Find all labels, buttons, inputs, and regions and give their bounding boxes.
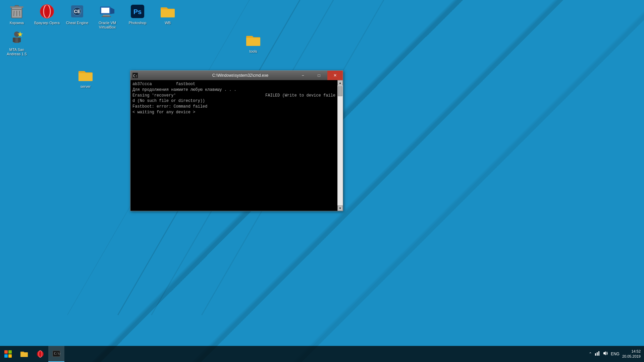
svg-marker-17 bbox=[110, 7, 114, 14]
show-hidden-icons-button[interactable]: ⌃ bbox=[589, 352, 592, 356]
svg-text:Ps: Ps bbox=[133, 8, 142, 15]
recycle-bin-icon bbox=[9, 3, 25, 19]
svg-line-7 bbox=[19, 11, 20, 16]
photoshop-label: Photoshop bbox=[124, 21, 151, 25]
server-label: server bbox=[72, 84, 99, 89]
desktop-icon-server[interactable]: server bbox=[72, 67, 99, 89]
mta-label: MTA San Andreas 1.5 bbox=[3, 48, 30, 56]
svg-text:C:: C: bbox=[133, 74, 138, 78]
desktop-top-icons: Корзина Браузер Opera CE bbox=[0, 0, 181, 35]
close-button[interactable]: ✕ bbox=[327, 71, 343, 80]
tools-folder-icon bbox=[245, 32, 261, 48]
system-clock[interactable]: 14:52 20.05.2019 bbox=[622, 349, 641, 359]
svg-rect-24 bbox=[13, 38, 15, 42]
cheat-engine-label: Cheat Engine bbox=[64, 21, 91, 25]
scroll-thumb[interactable] bbox=[338, 86, 342, 96]
svg-marker-36 bbox=[603, 351, 606, 355]
wb-label: WB bbox=[154, 21, 181, 25]
desktop: Корзина Браузер Opera CE bbox=[0, 0, 644, 362]
cmd-line-5: Fastboot: error: Command failed bbox=[132, 104, 335, 110]
language-indicator[interactable]: ENG bbox=[611, 352, 620, 356]
svg-line-5 bbox=[14, 11, 14, 16]
svg-rect-35 bbox=[598, 351, 599, 356]
cmd-scrollbar[interactable]: ▲ ▼ bbox=[337, 80, 343, 211]
taskbar-cmd[interactable]: C:\>_ bbox=[48, 346, 64, 362]
taskbar-system-tray: ⌃ ENG 14:52 bbox=[589, 349, 644, 359]
cmd-line-2: Для продолжения нажмите любую клавишу . … bbox=[132, 87, 335, 93]
scroll-down-button[interactable]: ▼ bbox=[337, 205, 343, 211]
taskbar-file-explorer[interactable] bbox=[16, 346, 32, 362]
photoshop-icon: Ps bbox=[129, 3, 146, 19]
taskbar-opera[interactable] bbox=[32, 346, 48, 362]
recycle-bin-label: Корзина bbox=[3, 21, 30, 25]
cmd-line-6: < waiting for any device > bbox=[132, 110, 335, 115]
svg-rect-34 bbox=[597, 352, 598, 356]
cmd-window-controls: − □ ✕ bbox=[295, 71, 343, 80]
desktop-icon-wb[interactable]: WB bbox=[154, 3, 181, 25]
desktop-left-icons: MTA San Andreas 1.5 bbox=[3, 30, 30, 61]
taskbar: C:\>_ ⌃ bbox=[0, 346, 644, 362]
wb-folder-icon bbox=[160, 3, 176, 19]
svg-rect-33 bbox=[595, 353, 596, 356]
svg-rect-25 bbox=[18, 38, 21, 42]
svg-rect-18 bbox=[103, 15, 110, 16]
svg-point-29 bbox=[37, 351, 44, 357]
svg-text:C:\>_: C:\>_ bbox=[54, 352, 60, 355]
volume-icon[interactable] bbox=[603, 351, 608, 357]
svg-rect-4 bbox=[10, 6, 23, 8]
desktop-icon-virtualbox[interactable]: Oracle VM VirtualBox bbox=[94, 3, 121, 29]
taskbar-items: C:\>_ bbox=[16, 346, 589, 362]
windows-logo-icon bbox=[4, 350, 12, 358]
cmd-text[interactable]: ab37ccca fastboot Для продолжения нажмит… bbox=[130, 80, 337, 211]
desktop-icon-recycle-bin[interactable]: Корзина bbox=[3, 3, 30, 25]
cmd-line-1: ab37ccca fastboot bbox=[132, 81, 335, 87]
minimize-button[interactable]: − bbox=[295, 71, 311, 80]
cmd-window: C: C:\Windows\system32\cmd.exe − □ ✕ ab3… bbox=[130, 70, 343, 211]
desktop-icon-cheat-engine[interactable]: CE Cheat Engine bbox=[64, 3, 91, 25]
start-button[interactable] bbox=[0, 346, 16, 362]
svg-rect-16 bbox=[101, 8, 109, 13]
network-status-icon[interactable] bbox=[595, 351, 600, 357]
scroll-up-button[interactable]: ▲ bbox=[337, 80, 343, 85]
scroll-track[interactable] bbox=[337, 85, 343, 205]
opera-label: Браузер Opera bbox=[34, 21, 60, 25]
tools-label: tools bbox=[240, 49, 267, 54]
cmd-titlebar[interactable]: C: C:\Windows\system32\cmd.exe − □ ✕ bbox=[130, 71, 343, 80]
svg-text:CE: CE bbox=[74, 9, 80, 14]
desktop-icon-tools[interactable]: tools bbox=[240, 32, 267, 54]
cmd-line-3: Erasing 'recovery' FAILED (Write to devi… bbox=[132, 93, 335, 99]
cmd-line-4: d (No such file or directory)) bbox=[132, 98, 335, 104]
server-folder-icon bbox=[77, 67, 94, 83]
virtualbox-icon bbox=[99, 3, 115, 19]
clock-time: 14:52 bbox=[622, 349, 641, 354]
cheat-engine-icon: CE bbox=[69, 3, 85, 19]
svg-rect-19 bbox=[102, 16, 111, 17]
virtualbox-label: Oracle VM VirtualBox bbox=[94, 21, 121, 29]
clock-date: 20.05.2019 bbox=[622, 354, 641, 359]
mta-icon bbox=[9, 30, 25, 46]
maximize-button[interactable]: □ bbox=[311, 71, 327, 80]
opera-icon bbox=[39, 3, 55, 19]
cmd-content-area[interactable]: ab37ccca fastboot Для продолжения нажмит… bbox=[130, 80, 343, 211]
cmd-titlebar-icon: C: bbox=[132, 73, 138, 78]
desktop-icon-mta[interactable]: MTA San Andreas 1.5 bbox=[3, 30, 30, 56]
desktop-icon-photoshop[interactable]: Ps Photoshop bbox=[124, 3, 151, 25]
desktop-icon-opera[interactable]: Браузер Opera bbox=[34, 3, 60, 25]
